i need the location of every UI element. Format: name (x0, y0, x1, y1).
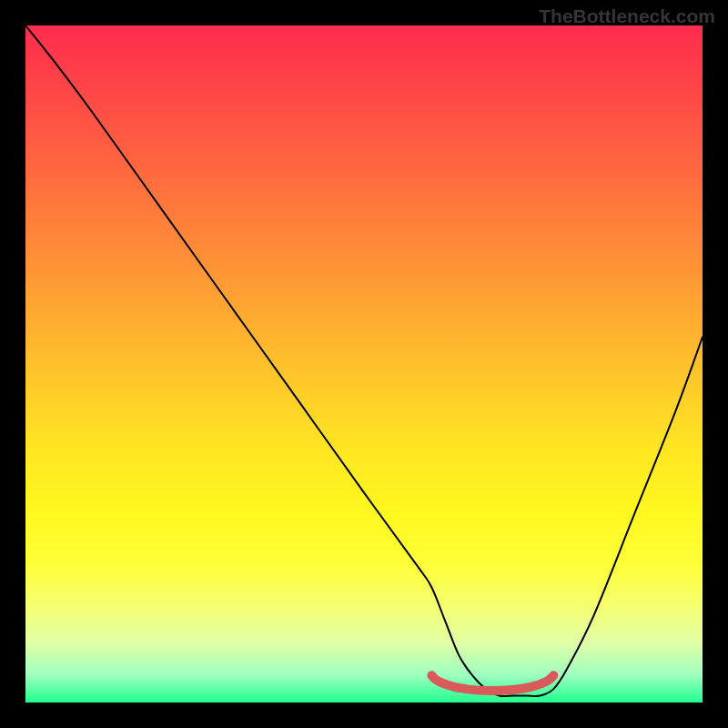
sweet-spot-marker (431, 675, 553, 691)
watermark-text: TheBottleneck.com (539, 5, 715, 27)
bottleneck-line-chart (25, 25, 703, 703)
bottleneck-curve-path (25, 25, 703, 696)
chart-plot-area (25, 25, 703, 703)
